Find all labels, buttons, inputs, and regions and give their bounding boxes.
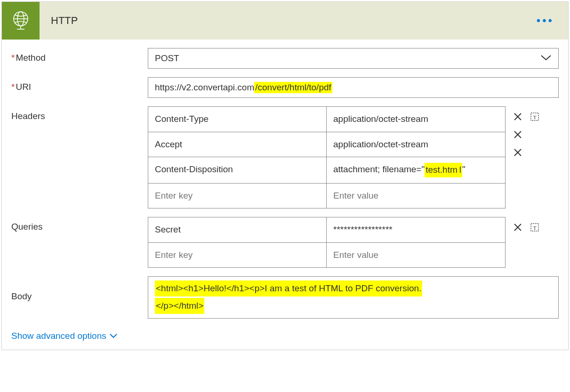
header-value-input[interactable]: application/octet-stream: [327, 132, 505, 157]
uri-input[interactable]: https://v2.convertapi.com/convert/html/t…: [148, 77, 559, 98]
headers-label: Headers: [11, 106, 148, 121]
delete-row-button[interactable]: [512, 222, 523, 233]
uri-value-highlight: /convert/html/to/pdf: [254, 82, 332, 93]
body-text-line: </p></html>: [155, 298, 204, 314]
body-row: Body <html><h1>Hello!</h1><p>I am a test…: [11, 276, 559, 319]
globe-icon: [11, 10, 30, 31]
method-row: Method POST: [11, 48, 559, 69]
method-select[interactable]: POST: [148, 48, 559, 69]
http-icon-tile: [2, 2, 40, 40]
text-mode-button[interactable]: T: [529, 222, 540, 233]
delete-row-button[interactable]: [512, 147, 523, 158]
chevron-down-icon: [540, 54, 552, 64]
delete-row-button[interactable]: [512, 111, 523, 122]
header-value-highlight: l: [458, 163, 462, 177]
header-key-input[interactable]: Content-Disposition: [148, 157, 327, 183]
chevron-down-icon: [109, 333, 118, 339]
header-value-highlight: test.htm: [425, 163, 458, 177]
query-key-input[interactable]: Enter key: [148, 243, 327, 268]
more-menu-button[interactable]: •••: [537, 14, 554, 27]
show-advanced-options-link[interactable]: Show advanced options: [11, 331, 118, 341]
card-body: Method POST URI https://v2.convertapi.co…: [2, 40, 568, 350]
delete-row-button[interactable]: [512, 129, 523, 140]
uri-row: URI https://v2.convertapi.com/convert/ht…: [11, 77, 559, 98]
headers-row: Headers Content-Type application/octet-s…: [11, 106, 559, 208]
header-value-text: attachment; filename=": [333, 163, 425, 176]
header-value-input[interactable]: attachment; filename="test.htm l": [327, 157, 505, 183]
header-value-input[interactable]: application/octet-stream: [327, 107, 505, 132]
header-kv-row: Accept application/octet-stream: [148, 132, 505, 158]
header-kv-row: Content-Type application/octet-stream: [148, 107, 505, 132]
header-kv-row: Content-Disposition attachment; filename…: [148, 157, 505, 184]
header-key-input[interactable]: Enter key: [148, 184, 327, 208]
header-value-text: ": [462, 163, 466, 176]
query-value-input[interactable]: Enter value: [327, 243, 505, 268]
text-mode-button[interactable]: T: [529, 111, 540, 122]
query-kv-row: Secret *****************: [148, 217, 505, 243]
http-action-card: HTTP ••• Method POST URI https://v2.conv…: [1, 1, 569, 350]
method-value: POST: [155, 53, 179, 64]
body-text-line: <html><h1>Hello!</h1><p>I am a test of H…: [155, 280, 422, 296]
header-value-input[interactable]: Enter value: [327, 184, 505, 208]
card-title: HTTP: [51, 15, 78, 27]
queries-row: Queries Secret ***************** Enter k…: [11, 217, 559, 268]
header-key-input[interactable]: Accept: [148, 132, 327, 157]
headers-table: Content-Type application/octet-stream Ac…: [148, 106, 506, 208]
body-input[interactable]: <html><h1>Hello!</h1><p>I am a test of H…: [148, 276, 559, 319]
advanced-label: Show advanced options: [11, 331, 106, 341]
svg-text:T: T: [533, 114, 537, 120]
queries-table: Secret ***************** Enter key Enter…: [148, 217, 506, 268]
query-key-input[interactable]: Secret: [148, 217, 327, 242]
query-kv-row-empty: Enter key Enter value: [148, 243, 505, 268]
uri-value-prefix: https://v2.convertapi.com: [155, 82, 254, 93]
queries-label: Queries: [11, 217, 148, 232]
uri-label: URI: [11, 77, 148, 92]
header-kv-row-empty: Enter key Enter value: [148, 184, 505, 208]
header-key-input[interactable]: Content-Type: [148, 107, 327, 132]
method-label: Method: [11, 48, 148, 63]
query-value-input[interactable]: *****************: [327, 217, 505, 242]
svg-text:T: T: [533, 225, 537, 231]
card-header: HTTP •••: [2, 2, 568, 40]
body-label: Body: [11, 276, 148, 302]
